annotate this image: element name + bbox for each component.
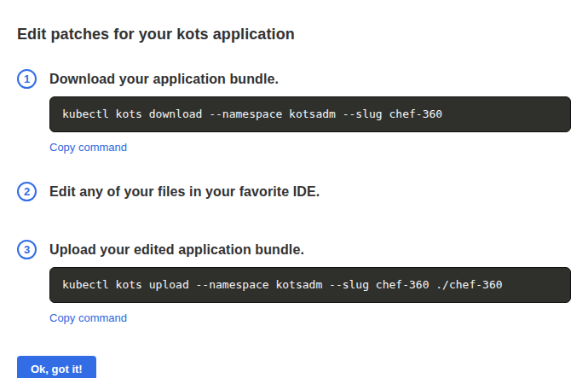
upload-command-snippet[interactable]: kubectl kots upload --namespace kotsadm … [49, 267, 571, 303]
ok-got-it-button[interactable]: Ok, got it! [17, 356, 96, 378]
download-command-snippet[interactable]: kubectl kots download --namespace kotsad… [49, 96, 571, 132]
copy-upload-command-link[interactable]: Copy command [49, 311, 127, 324]
step-2-header: 2 Edit any of your files in your favorit… [17, 182, 571, 201]
page-title: Edit patches for your kots application [17, 26, 571, 44]
step-3-content: kubectl kots upload --namespace kotsadm … [49, 267, 571, 325]
step-1-label: Download your application bundle. [49, 72, 279, 87]
step-2-label: Edit any of your files in your favorite … [49, 184, 320, 200]
copy-download-command-link[interactable]: Copy command [49, 141, 127, 154]
step-1-number-badge: 1 [17, 69, 37, 89]
step-1-header: 1 Download your application bundle. [17, 69, 571, 89]
step-2-number-badge: 2 [17, 182, 37, 201]
footer: Ok, got it! [17, 325, 571, 378]
step-1-content: kubectl kots download --namespace kotsad… [49, 96, 571, 154]
step-3-label: Upload your edited application bundle. [49, 242, 304, 258]
step-3-number-badge: 3 [17, 240, 37, 259]
edit-patches-panel: Edit patches for your kots application 1… [0, 0, 588, 378]
step-3-header: 3 Upload your edited application bundle. [17, 240, 571, 259]
